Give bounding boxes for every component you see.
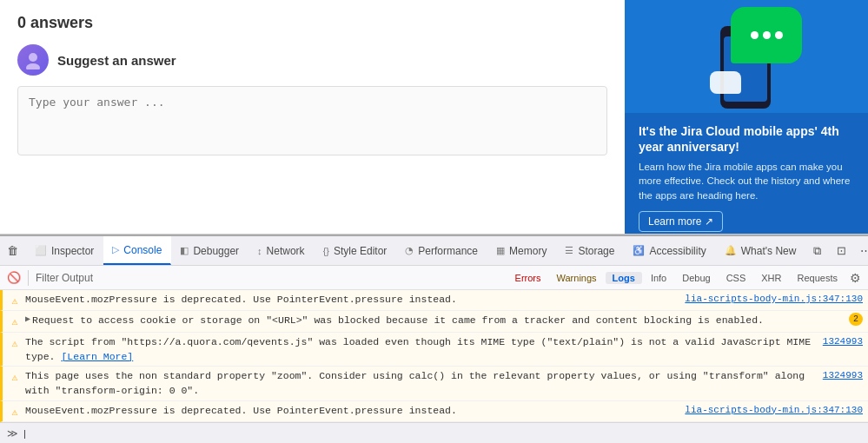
chat-bubble — [731, 7, 802, 63]
console-message-3: ⚠ The script from "https://a.quora.com/q… — [0, 333, 868, 367]
clear-console-button[interactable]: 🗑 — [0, 236, 26, 265]
msg-location-4[interactable]: 1324993 — [823, 368, 863, 383]
warn-icon-2: ⚠ — [8, 314, 22, 329]
filter-output-label: Filter Output — [36, 272, 93, 284]
learn-more-arrow: ↗ — [705, 215, 713, 228]
split-icon: ⧉ — [813, 244, 821, 258]
filter-bar: 🚫 Filter Output Errors Warnings Logs Inf… — [0, 266, 868, 290]
debugger-icon: ◧ — [180, 245, 189, 256]
msg-text-2: Request to access cookie or storage on "… — [32, 313, 845, 327]
devtools-toolbar: 🗑 ⬜ Inspector ▷ Console ◧ Debugger ↕ Net… — [0, 236, 868, 266]
msg-text-1: MouseEvent.mozPressure is deprecated. Us… — [25, 292, 678, 307]
toolbar-right: ⧉ ⊡ ⋯ — [805, 241, 868, 261]
tab-storage[interactable]: ☰ Storage — [556, 236, 624, 265]
tab-memory[interactable]: ▦ Memory — [487, 236, 556, 265]
badge-2: 2 — [849, 313, 863, 326]
tab-accessibility[interactable]: ♿ Accessibility — [624, 236, 715, 265]
promo-title: It's the Jira Cloud mobile apps' 4th yea… — [639, 123, 854, 155]
promo-illustration — [677, 0, 816, 113]
promo-image — [625, 0, 868, 113]
promo-description: Learn how the Jira mobile apps can make … — [639, 160, 854, 202]
msg-location-3[interactable]: 1324993 — [823, 334, 863, 349]
debugger-label: Debugger — [193, 245, 239, 257]
svg-point-0 — [29, 53, 37, 62]
filter-tabs: Errors Warnings Logs Info Debug CSS XHR … — [508, 271, 861, 285]
filter-debug[interactable]: Debug — [675, 272, 717, 284]
expand-arrow-2[interactable]: ▶ — [25, 313, 30, 326]
warn-icon-4: ⚠ — [8, 370, 22, 385]
console-messages: ⚠ MouseEvent.mozPressure is deprecated. … — [0, 290, 868, 422]
console-message-4: ⚠ This page uses the non standard proper… — [0, 367, 868, 401]
filter-errors[interactable]: Errors — [508, 272, 548, 284]
trash-icon: 🗑 — [7, 244, 18, 257]
bottom-bar: ≫ | — [0, 422, 868, 443]
console-settings-button[interactable]: ⚙ — [850, 271, 861, 285]
new-tab-icon: ⊡ — [837, 244, 846, 257]
network-icon: ↕ — [257, 246, 262, 256]
svg-point-1 — [26, 63, 40, 69]
answer-textarea[interactable] — [17, 86, 607, 155]
filter-warnings[interactable]: Warnings — [550, 272, 604, 284]
tab-inspector[interactable]: ⬜ Inspector — [26, 236, 103, 265]
msg-text-4: This page uses the non standard property… — [25, 368, 816, 399]
style-editor-label: Style Editor — [334, 245, 387, 257]
filter-info[interactable]: Info — [644, 272, 673, 284]
filter-requests[interactable]: Requests — [791, 272, 845, 284]
more-options-button[interactable]: ⋯ — [854, 241, 868, 261]
tab-performance[interactable]: ◔ Performance — [396, 236, 487, 265]
inspector-label: Inspector — [51, 245, 94, 257]
tab-debugger[interactable]: ◧ Debugger — [171, 236, 248, 265]
filter-css[interactable]: CSS — [719, 272, 753, 284]
promo-panel: It's the Jira Cloud mobile apps' 4th yea… — [625, 0, 868, 234]
console-area: 🚫 Filter Output Errors Warnings Logs Inf… — [0, 266, 868, 422]
memory-icon: ▦ — [496, 245, 505, 256]
suggest-label: Suggest an answer — [57, 53, 176, 68]
tab-console[interactable]: ▷ Console — [103, 236, 171, 265]
chat-dot-3 — [775, 31, 783, 39]
console-message-1: ⚠ MouseEvent.mozPressure is deprecated. … — [0, 290, 868, 311]
inspector-icon: ⬜ — [35, 245, 47, 256]
network-label: Network — [267, 245, 305, 257]
console-label: Console — [123, 244, 162, 256]
expand-console-button[interactable]: ≫ — [7, 427, 18, 440]
performance-label: Performance — [418, 245, 478, 257]
msg-location-1[interactable]: lia-scripts-body-min.js:347:130 — [685, 292, 863, 307]
left-panel: 0 answers Suggest an answer — [0, 0, 625, 234]
console-input-cursor[interactable]: | — [23, 428, 26, 439]
console-icon: ▷ — [112, 244, 119, 255]
avatar-image — [17, 44, 49, 76]
tab-style-editor[interactable]: {} Style Editor — [315, 236, 397, 265]
filter-logs[interactable]: Logs — [606, 272, 642, 284]
learn-more-label: Learn more — [648, 215, 701, 228]
whats-new-icon: 🔔 — [725, 245, 737, 256]
new-tab-button[interactable]: ⊡ — [830, 241, 852, 261]
filter-xhr[interactable]: XHR — [754, 272, 788, 284]
accessibility-label: Accessibility — [649, 245, 706, 257]
tab-network[interactable]: ↕ Network — [248, 236, 315, 265]
chat-dot-1 — [751, 31, 759, 39]
warn-icon-3: ⚠ — [8, 336, 22, 351]
warn-icon-1: ⚠ — [8, 294, 22, 308]
style-editor-icon: {} — [323, 246, 329, 256]
msg-text-5: MouseEvent.mozPressure is deprecated. Us… — [25, 403, 678, 418]
clear-messages-button[interactable]: 🚫 — [7, 271, 21, 284]
storage-icon: ☰ — [565, 245, 573, 256]
learn-more-link-3[interactable]: [Learn More] — [61, 351, 133, 362]
console-message-5: ⚠ MouseEvent.mozPressure is deprecated. … — [0, 401, 868, 422]
chat-bubble-small — [710, 71, 741, 94]
avatar-icon — [23, 50, 43, 69]
top-area: 0 answers Suggest an answer — [0, 0, 868, 235]
msg-location-5[interactable]: lia-scripts-body-min.js:347:130 — [685, 403, 863, 418]
separator-1 — [28, 270, 29, 286]
console-message-2: ⚠ ▶ Request to access cookie or storage … — [0, 311, 868, 332]
split-console-button[interactable]: ⧉ — [805, 241, 828, 261]
learn-more-button[interactable]: Learn more ↗ — [639, 211, 723, 232]
avatar — [17, 44, 49, 76]
whats-new-label: What's New — [741, 245, 797, 257]
storage-label: Storage — [578, 245, 614, 257]
devtools-container: 🗑 ⬜ Inspector ▷ Console ◧ Debugger ↕ Net… — [0, 235, 868, 443]
memory-label: Memory — [509, 245, 547, 257]
tab-whats-new[interactable]: 🔔 What's New — [716, 236, 806, 265]
msg-text-3: The script from "https://a.quora.com/qev… — [25, 334, 816, 365]
chat-dot-2 — [763, 31, 771, 39]
